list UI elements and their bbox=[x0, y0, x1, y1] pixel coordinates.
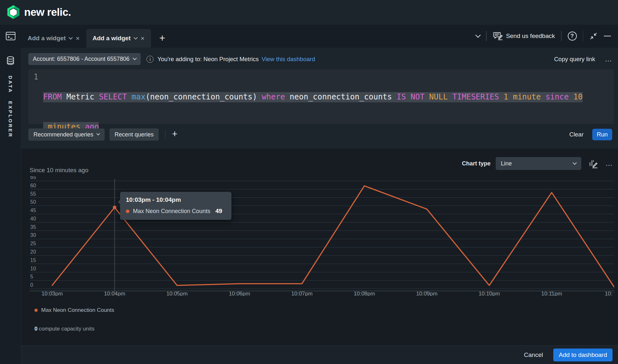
new-tab-button[interactable]: + bbox=[151, 29, 173, 48]
edit-chart-icon[interactable] bbox=[588, 159, 598, 168]
app-header: new relic. bbox=[0, 0, 618, 24]
info-icon: i bbox=[146, 56, 154, 63]
capacity-note-text: compute capacity units bbox=[39, 326, 94, 332]
feedback-label: Send us feedback bbox=[506, 33, 555, 40]
query-header-row: Account: 6557806 - Account 6557806 i You… bbox=[21, 48, 618, 65]
recommended-queries-button[interactable]: Recommended queries bbox=[28, 128, 105, 141]
tooltip-value: 49 bbox=[215, 208, 222, 215]
svg-text:40: 40 bbox=[30, 216, 36, 221]
logo-text: new relic. bbox=[24, 6, 71, 18]
app-window: new relic. Add a widget × Add a widget ×… bbox=[0, 0, 618, 364]
svg-text:10:11pm: 10:11pm bbox=[541, 291, 562, 296]
svg-text:60: 60 bbox=[30, 183, 36, 188]
svg-text:10:10pm: 10:10pm bbox=[479, 291, 500, 296]
svg-text:35: 35 bbox=[30, 224, 36, 230]
tab-bar-controls: Send us feedback ? bbox=[476, 24, 618, 48]
divider bbox=[486, 31, 487, 41]
svg-text:15: 15 bbox=[30, 257, 36, 263]
feedback-icon bbox=[493, 32, 503, 40]
svg-text:10:04pm: 10:04pm bbox=[104, 291, 125, 296]
tab-add-widget-1[interactable]: Add a widget × bbox=[21, 29, 86, 48]
recent-queries-button[interactable]: Recent queries bbox=[109, 128, 159, 141]
database-icon[interactable] bbox=[6, 56, 15, 65]
divider bbox=[583, 31, 584, 41]
recent-queries-label: Recent queries bbox=[115, 131, 154, 138]
send-feedback-button[interactable]: Send us feedback bbox=[493, 32, 555, 40]
svg-text:10:05pm: 10:05pm bbox=[166, 291, 188, 296]
svg-text:10:08pm: 10:08pm bbox=[354, 291, 375, 296]
close-icon[interactable]: × bbox=[76, 34, 80, 42]
line-number: 1 bbox=[28, 72, 43, 124]
chart-area: 0510152025303540455055606510:03pm10:04pm… bbox=[30, 176, 614, 296]
copy-query-link-button[interactable]: Copy query link bbox=[554, 56, 595, 63]
svg-text:10:07pm: 10:07pm bbox=[291, 291, 313, 296]
question-icon: ? bbox=[570, 33, 574, 39]
chart-header-icons: … bbox=[588, 159, 613, 168]
console-button[interactable] bbox=[0, 24, 21, 48]
svg-text:10:09pm: 10:09pm bbox=[416, 291, 437, 296]
nrql-query-editor[interactable]: 1 FROM Metric SELECT max(neon_connection… bbox=[28, 69, 614, 124]
cancel-button[interactable]: Cancel bbox=[524, 351, 543, 359]
account-selector[interactable]: Account: 6557806 - Account 6557806 bbox=[28, 53, 141, 65]
svg-text:20: 20 bbox=[30, 249, 36, 255]
more-options-icon[interactable]: … bbox=[605, 58, 612, 61]
account-selector-label: Account: 6557806 - Account 6557806 bbox=[33, 56, 129, 62]
svg-text:45: 45 bbox=[30, 208, 36, 213]
chart-panel: Since 10 minutes ago Chart type Line bbox=[21, 149, 618, 345]
chevron-down-icon[interactable] bbox=[69, 35, 73, 40]
chevron-down-icon bbox=[573, 161, 577, 165]
svg-text:10:: 10: bbox=[605, 291, 613, 296]
chevron-down-icon[interactable] bbox=[475, 32, 481, 38]
svg-text:55: 55 bbox=[30, 191, 36, 197]
chevron-down-icon bbox=[96, 132, 100, 135]
chart-title: Since 10 minutes ago bbox=[30, 167, 89, 174]
view-dashboard-link[interactable]: View this dashboard bbox=[262, 56, 315, 63]
add-query-button[interactable]: + bbox=[172, 129, 177, 139]
sidebar-label: DATA EXPLORER bbox=[8, 76, 13, 138]
svg-text:50: 50 bbox=[30, 199, 36, 205]
help-button[interactable]: ? bbox=[568, 32, 577, 41]
chart-type-value: Line bbox=[501, 160, 512, 167]
run-button[interactable]: Run bbox=[592, 129, 612, 140]
chevron-down-icon[interactable] bbox=[134, 35, 138, 40]
chart-more-options-icon[interactable]: … bbox=[605, 162, 613, 165]
svg-text:65: 65 bbox=[30, 176, 36, 180]
svg-text:5: 5 bbox=[30, 274, 33, 279]
collapse-icon[interactable] bbox=[589, 32, 598, 40]
footer-bar: Cancel Add to dashboard bbox=[21, 345, 618, 364]
legend-label: Max Neon Connection Counts bbox=[41, 307, 114, 313]
add-to-dashboard-button[interactable]: Add to dashboard bbox=[553, 349, 613, 361]
svg-text:30: 30 bbox=[30, 232, 36, 238]
chart-legend[interactable]: Max Neon Connection Counts bbox=[34, 307, 618, 313]
terminal-icon bbox=[5, 31, 16, 41]
svg-text:25: 25 bbox=[30, 241, 36, 246]
svg-text:10:06pm: 10:06pm bbox=[229, 291, 250, 296]
adding-to-text: You're adding to: Neon Project Metrics bbox=[157, 56, 258, 63]
svg-text:10: 10 bbox=[30, 266, 36, 271]
line-chart[interactable]: 0510152025303540455055606510:03pm10:04pm… bbox=[30, 176, 614, 296]
query-panel: Account: 6557806 - Account 6557806 i You… bbox=[21, 48, 618, 149]
svg-text:10:03pm: 10:03pm bbox=[42, 291, 63, 296]
tab-label: Add a widget bbox=[28, 35, 66, 42]
chevron-down-icon bbox=[133, 56, 137, 60]
series-color-dot bbox=[126, 210, 129, 213]
legend-color-dot bbox=[34, 309, 38, 312]
main-panel: Account: 6557806 - Account 6557806 i You… bbox=[21, 48, 618, 364]
tab-bar: Add a widget × Add a widget × + Send us … bbox=[0, 24, 618, 48]
chart-header: Since 10 minutes ago Chart type Line bbox=[30, 157, 618, 170]
minimize-icon[interactable] bbox=[604, 36, 611, 36]
divider bbox=[165, 130, 165, 139]
svg-text:0: 0 bbox=[30, 282, 33, 288]
tooltip-series-name: Max Neon Connection Counts bbox=[133, 208, 210, 215]
chart-tooltip: 10:03pm - 10:04pm Max Neon Connection Co… bbox=[120, 192, 231, 220]
capacity-note-value: 0 bbox=[34, 326, 37, 332]
query-code: FROM Metric SELECT max(neon_connection_c… bbox=[43, 72, 614, 124]
recommended-queries-label: Recommended queries bbox=[33, 131, 93, 138]
data-explorer-sidebar: DATA EXPLORER bbox=[0, 48, 21, 364]
chart-type-select[interactable]: Line bbox=[496, 157, 581, 170]
clear-button[interactable]: Clear bbox=[569, 131, 584, 138]
new-relic-logo[interactable]: new relic. bbox=[7, 5, 71, 19]
tab-add-widget-2[interactable]: Add a widget × bbox=[86, 29, 151, 48]
close-icon[interactable]: × bbox=[141, 34, 145, 42]
new-relic-logo-icon bbox=[7, 5, 20, 19]
